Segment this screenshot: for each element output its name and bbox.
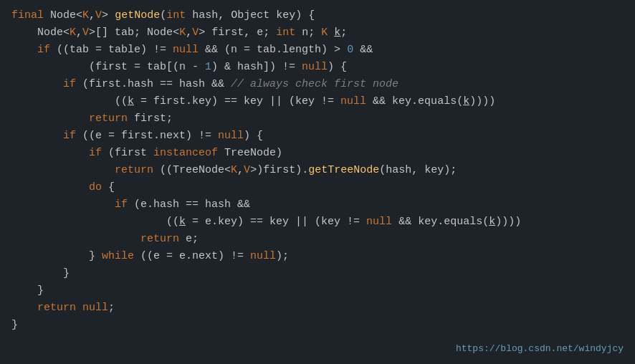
code-line-9: if (first instanceof TreeNode): [11, 145, 624, 162]
code-line-5: if (first.hash == hash && // always chec…: [11, 76, 624, 93]
code-line-4: (first = tab[(n - 1) & hash]) != null) {: [11, 59, 624, 76]
code-line-14: return e;: [11, 231, 624, 248]
code-line-12: if (e.hash == hash &&: [11, 196, 624, 214]
code-line-18: return null;: [11, 300, 624, 317]
code-editor: final Node<K,V> getNode(int hash, Object…: [0, 0, 635, 364]
code-line-2: Node<K,V>[] tab; Node<K,V> first, e; int…: [11, 24, 624, 42]
code-line-13: ((k = e.key) == key || (key != null && k…: [11, 214, 624, 231]
code-line-15: } while ((e = e.next) != null);: [11, 248, 624, 265]
code-line-11: do {: [11, 179, 624, 196]
code-line-19: }: [11, 317, 624, 334]
code-line-16: }: [11, 265, 624, 282]
code-line-6: ((k = first.key) == key || (key != null …: [11, 93, 624, 110]
code-line-3: if ((tab = table) != null && (n = tab.le…: [11, 42, 624, 59]
comment-always-check: // always check first node: [231, 78, 398, 90]
keyword-final: final: [11, 9, 44, 21]
method-getNode: getNode: [115, 9, 160, 21]
attribution-url: https://blog.csdn.net/windyjcy: [456, 342, 624, 357]
code-line-8: if ((e = first.next) != null) {: [11, 128, 624, 145]
code-line-17: }: [11, 282, 624, 300]
code-line-7: return first;: [11, 110, 624, 128]
code-line-10: return ((TreeNode<K,V>)first).getTreeNod…: [11, 162, 624, 179]
code-line-1: final Node<K,V> getNode(int hash, Object…: [11, 7, 624, 24]
